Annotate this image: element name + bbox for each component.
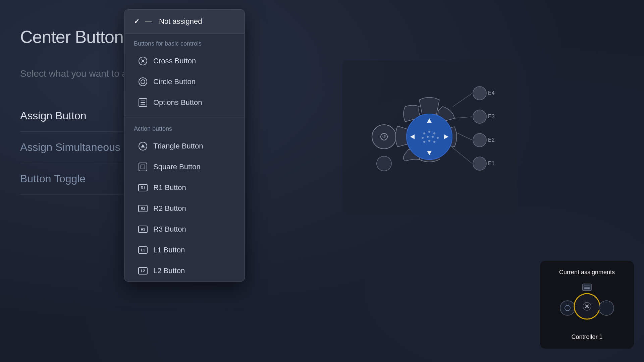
svg-point-35 xyxy=(560,301,575,315)
triangle-button-icon xyxy=(138,141,148,151)
svg-point-2 xyxy=(473,110,486,123)
dropdown-selected-item[interactable]: ✓ — Not assigned xyxy=(124,10,245,34)
cross-button-icon xyxy=(138,56,148,66)
svg-point-20 xyxy=(422,137,424,139)
svg-text:E4: E4 xyxy=(488,90,495,96)
r2-button-icon: R2 xyxy=(138,203,148,214)
svg-line-11 xyxy=(449,145,472,164)
dropdown-item-triangle[interactable]: Triangle Button xyxy=(124,136,245,157)
l2-button-icon: L2 xyxy=(138,266,148,276)
mini-controller-svg xyxy=(553,281,621,328)
controller-diagram-area: E4 E3 E2 E1 ↺ xyxy=(342,60,517,215)
svg-point-12 xyxy=(377,156,391,171)
dropdown-item-r1[interactable]: R1 R1 Button xyxy=(124,177,245,198)
dropdown-divider xyxy=(124,116,245,116)
dash-icon: — xyxy=(145,17,152,26)
dropdown-item-l2[interactable]: L2 L2 Button xyxy=(124,260,245,281)
assignments-panel: Current assignments Controller 1 xyxy=(540,261,634,349)
svg-point-26 xyxy=(433,141,435,143)
controller-label: Controller 1 xyxy=(571,334,602,341)
svg-point-25 xyxy=(428,140,430,142)
dropdown-item-options[interactable]: Options Button xyxy=(124,92,245,113)
svg-point-22 xyxy=(432,136,434,138)
r1-button-icon: R1 xyxy=(138,183,148,193)
svg-line-10 xyxy=(454,132,472,140)
controller-svg: E4 E3 E2 E1 ↺ xyxy=(349,66,510,208)
check-icon: ✓ xyxy=(134,17,140,25)
svg-point-0 xyxy=(473,86,486,100)
svg-text:E1: E1 xyxy=(488,161,495,166)
dropdown-item-r3[interactable]: R3 R3 Button xyxy=(124,219,245,240)
svg-text:E3: E3 xyxy=(488,114,495,119)
square-button-icon xyxy=(138,162,148,172)
svg-line-8 xyxy=(453,93,472,107)
svg-point-24 xyxy=(423,141,425,143)
circle-button-icon xyxy=(138,77,148,87)
l1-button-icon: L1 xyxy=(138,245,148,255)
svg-line-9 xyxy=(454,117,472,118)
svg-point-19 xyxy=(433,132,435,134)
assignments-title: Current assignments xyxy=(559,269,615,276)
svg-point-23 xyxy=(437,137,439,139)
options-button-icon xyxy=(138,98,148,108)
svg-text:E2: E2 xyxy=(488,137,495,143)
dropdown-item-circle[interactable]: Circle Button xyxy=(124,71,245,92)
dropdown-menu: ✓ — Not assigned Buttons for basic contr… xyxy=(124,9,245,282)
svg-point-6 xyxy=(473,157,486,170)
svg-point-21 xyxy=(427,136,429,138)
svg-point-41 xyxy=(599,301,614,315)
selected-text: Not assigned xyxy=(159,17,202,26)
section-header-action: Action buttons xyxy=(124,119,245,136)
svg-point-4 xyxy=(473,133,486,147)
dropdown-item-square[interactable]: Square Button xyxy=(124,157,245,177)
dropdown-item-l1[interactable]: L1 L1 Button xyxy=(124,240,245,260)
r3-button-icon: R3 xyxy=(138,224,148,234)
dropdown-item-cross[interactable]: Cross Button xyxy=(124,51,245,71)
section-header-basic: Buttons for basic controls xyxy=(124,34,245,51)
dropdown-item-r2[interactable]: R2 R2 Button xyxy=(124,198,245,219)
svg-text:↺: ↺ xyxy=(382,134,386,139)
svg-point-18 xyxy=(428,131,430,133)
svg-point-17 xyxy=(423,132,425,134)
